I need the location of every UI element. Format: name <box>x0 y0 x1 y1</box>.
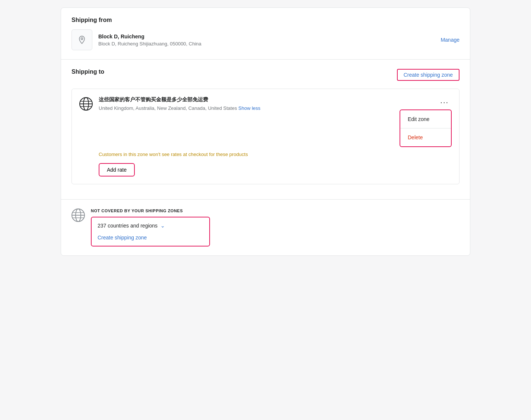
location-details: Block D, Ruicheng Block D, Ruicheng Shij… <box>98 34 201 47</box>
shipping-from-section: Shipping from Block D, Ruicheng Block D,… <box>61 8 470 60</box>
not-covered-row: NOT COVERED BY YOUR SHIPPING ZONES 237 c… <box>71 209 460 246</box>
location-name: Block D, Ruicheng <box>98 34 201 39</box>
dropdown-menu: Edit zone Delete <box>400 109 452 147</box>
add-rate-button[interactable]: Add rate <box>99 163 135 176</box>
manage-link[interactable]: Manage <box>441 37 460 43</box>
globe-icon-2 <box>71 209 85 222</box>
shipping-to-header: Shipping to Create shipping zone <box>71 69 460 81</box>
location-info: Block D, Ruicheng Block D, Ruicheng Shij… <box>71 29 201 50</box>
svg-point-0 <box>81 38 83 40</box>
location-address: Block D, Ruicheng Shijiazhuang, 050000, … <box>98 41 201 47</box>
zone-card: 这些国家的客户不管购买金额是多少全部免运费 United Kingdom, Au… <box>71 89 460 184</box>
warning-text: Customers in this zone won't see rates a… <box>99 152 452 157</box>
show-less-link[interactable]: Show less <box>238 105 260 111</box>
zone-card-header: 这些国家的客户不管购买金额是多少全部免运费 United Kingdom, Au… <box>79 96 452 147</box>
location-row: Block D, Ruicheng Block D, Ruicheng Shij… <box>71 29 460 50</box>
not-covered-label: NOT COVERED BY YOUR SHIPPING ZONES <box>91 209 460 213</box>
zone-countries: United Kingdom, Australia, New Zealand, … <box>99 105 260 111</box>
not-covered-box: 237 countries and regions ⌄ Create shipp… <box>91 217 210 246</box>
location-icon-box <box>71 29 92 50</box>
chevron-down-icon[interactable]: ⌄ <box>160 223 165 229</box>
shipping-to-section: Shipping to Create shipping zone 这些国家的客户… <box>61 60 470 200</box>
not-covered-content: NOT COVERED BY YOUR SHIPPING ZONES 237 c… <box>91 209 460 246</box>
edit-zone-item[interactable]: Edit zone <box>400 110 451 128</box>
page-container: Shipping from Block D, Ruicheng Block D,… <box>61 7 470 256</box>
globe-icon <box>79 97 93 111</box>
shipping-from-title: Shipping from <box>71 17 460 23</box>
zone-menu-button[interactable]: ··· <box>437 96 452 108</box>
not-covered-section: NOT COVERED BY YOUR SHIPPING ZONES 237 c… <box>61 200 470 255</box>
zone-title: 这些国家的客户不管购买金额是多少全部免运费 <box>99 96 260 103</box>
countries-text: 237 countries and regions <box>98 223 158 229</box>
zone-actions: ··· Edit zone Delete <box>400 96 452 147</box>
zone-left: 这些国家的客户不管购买金额是多少全部免运费 United Kingdom, Au… <box>79 96 260 111</box>
pin-icon <box>77 35 86 44</box>
zone-details: 这些国家的客户不管购买金额是多少全部免运费 United Kingdom, Au… <box>99 96 260 111</box>
shipping-to-title: Shipping to <box>71 69 104 75</box>
countries-row: 237 countries and regions ⌄ <box>98 223 203 229</box>
create-zone-link[interactable]: Create shipping zone <box>98 235 203 241</box>
delete-zone-item[interactable]: Delete <box>400 128 451 146</box>
create-shipping-zone-button[interactable]: Create shipping zone <box>397 69 460 81</box>
